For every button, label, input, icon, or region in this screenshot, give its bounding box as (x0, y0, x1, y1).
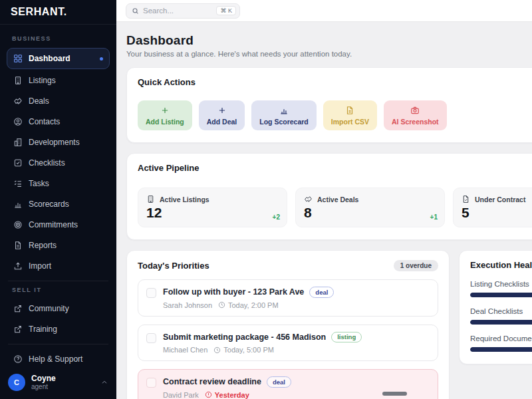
sidebar-item-dashboard[interactable]: Dashboard (7, 48, 110, 69)
task-title: Submit marketing package - 456 Madison (163, 332, 326, 342)
search-icon (132, 7, 139, 15)
task-assignee: Michael Chen (163, 346, 207, 354)
metric-label: Deal Checklists (470, 307, 532, 315)
button-label: Import CSV (331, 118, 369, 126)
task-row[interactable]: Submit marketing package - 456 Madison l… (138, 325, 438, 362)
section-label-sellit: SELL IT (12, 287, 104, 293)
sidebar-item-tasks[interactable]: Tasks (7, 174, 110, 193)
metric-listing-checklists: Listing Checklists (470, 280, 532, 297)
dashboard-grid-icon (13, 54, 23, 63)
sidebar-item-label: Contacts (29, 117, 60, 126)
metric-deal-checklists: Deal Checklists (470, 307, 532, 325)
task-checkbox[interactable] (146, 333, 156, 343)
task-due: Today, 2:00 PM (228, 301, 279, 309)
search-input[interactable] (143, 7, 212, 15)
log-scorecard-button[interactable]: Log Scorecard (251, 100, 317, 130)
progress-track (470, 320, 532, 325)
active-indicator-dot (100, 57, 103, 61)
sidebar-item-scorecards[interactable]: Scorecards (7, 195, 110, 213)
import-csv-button[interactable]: Import CSV (323, 100, 377, 130)
user-menu[interactable]: C Coyne agent (0, 367, 116, 399)
stat-delta: +1 (430, 213, 438, 221)
sidebar-item-community[interactable]: Community (7, 299, 110, 318)
sidebar-item-import[interactable]: Import (7, 257, 110, 275)
overdue-count-badge: 1 overdue (394, 260, 438, 271)
bottom-row: Today's Priorities 1 overdue Follow up w… (126, 250, 532, 399)
stat-card-active-listings[interactable]: Active Listings 12 +2 (138, 188, 287, 227)
sidebar-item-label: Help & Support (29, 354, 82, 364)
serhant-logo: SERHANT. (11, 6, 106, 18)
sidebar-item-label: Dashboard (29, 54, 70, 63)
metric-required-documents: Required Documents (470, 334, 532, 352)
add-deal-button[interactable]: Add Deal (199, 100, 245, 130)
metric-label: Listing Checklists (470, 280, 532, 288)
stat-card-under-contract[interactable]: Under Contract 5 (453, 188, 532, 227)
button-label: Add Listing (146, 118, 184, 126)
stat-card-active-deals[interactable]: Active Deals 8 +1 (295, 188, 445, 227)
building-icon (146, 195, 155, 203)
active-pipeline-card: Active Pipeline Active Listings 12 +2 Ac… (126, 153, 532, 240)
stat-label: Active Listings (160, 196, 209, 203)
progress-fill (470, 293, 532, 297)
plus-icon (160, 106, 170, 115)
file-icon (345, 106, 354, 115)
buildings-icon (13, 138, 23, 147)
target-icon (13, 220, 23, 229)
topbar: ⌘ K (116, 0, 532, 22)
main-area: ⌘ K Dashboard Your business at a glance.… (116, 0, 532, 399)
sidebar-item-checklists[interactable]: Checklists (7, 154, 110, 172)
clock-icon (218, 301, 225, 309)
alert-circle-icon (205, 391, 212, 398)
camera-icon (410, 106, 420, 115)
sidebar-item-label: Deals (29, 96, 49, 106)
sidebar-item-label: Scorecards (29, 200, 69, 209)
active-pipeline-title: Active Pipeline (138, 163, 532, 173)
keyboard-shortcut-badge: ⌘ K (216, 6, 236, 15)
sidebar-nav: BUSINESS Dashboard Listings Deals Contac… (0, 25, 116, 367)
sidebar-item-commitments[interactable]: Commitments (7, 215, 110, 234)
progress-track (470, 347, 532, 352)
section-label-business: BUSINESS (12, 35, 104, 42)
sidebar-item-label: Developments (29, 138, 80, 147)
sidebar-item-developments[interactable]: Developments (7, 133, 110, 152)
pipeline-stat-row: Active Listings 12 +2 Active Deals 8 +1 (138, 188, 532, 227)
stat-value: 8 (304, 205, 436, 221)
metric-label: Required Documents (470, 334, 532, 342)
quick-actions-title: Quick Actions (138, 77, 532, 87)
sidebar-item-contacts[interactable]: Contacts (7, 112, 110, 131)
horizontal-scrollbar-thumb[interactable] (382, 392, 407, 396)
sidebar-item-listings[interactable]: Listings (7, 71, 110, 90)
task-assignee: David Park (163, 391, 199, 399)
sidebar-item-label: Import (29, 261, 51, 271)
user-role: agent (31, 383, 56, 390)
task-assignee: Sarah Johnson (163, 301, 212, 309)
sidebar-item-label: Tasks (29, 179, 49, 188)
file-check-icon (462, 195, 470, 203)
task-list-icon (13, 179, 23, 188)
task-body: Follow up with buyer - 123 Park Ave deal… (163, 287, 334, 309)
todays-priorities-title: Today's Priorities (138, 261, 209, 271)
progress-track (470, 293, 532, 297)
sidebar-item-reports[interactable]: Reports (7, 236, 110, 255)
task-checkbox[interactable] (146, 378, 156, 388)
stat-label: Active Deals (317, 196, 358, 203)
task-type-badge: deal (309, 287, 334, 298)
add-listing-button[interactable]: Add Listing (138, 100, 192, 130)
task-title: Contract review deadline (163, 377, 261, 386)
page-title: Dashboard (126, 33, 532, 48)
user-info: Coyne agent (31, 374, 56, 391)
stat-label: Under Contract (475, 196, 525, 203)
sidebar-item-label: Training (29, 325, 57, 334)
stat-delta: +2 (273, 213, 280, 221)
ai-screenshot-button[interactable]: AI Screenshot (384, 100, 447, 130)
task-row[interactable]: Follow up with buyer - 123 Park Ave deal… (138, 279, 438, 317)
sidebar-item-label: Listings (29, 76, 56, 85)
task-checkbox[interactable] (146, 288, 156, 298)
sidebar-item-training[interactable]: Training (7, 320, 110, 338)
search-box[interactable]: ⌘ K (126, 3, 240, 19)
bar-chart-icon (13, 200, 23, 209)
sidebar-item-help-support[interactable]: Help & Support (7, 350, 110, 367)
sidebar-item-deals[interactable]: Deals (7, 92, 110, 110)
help-circle-icon (13, 354, 23, 364)
external-link-icon (13, 325, 23, 334)
